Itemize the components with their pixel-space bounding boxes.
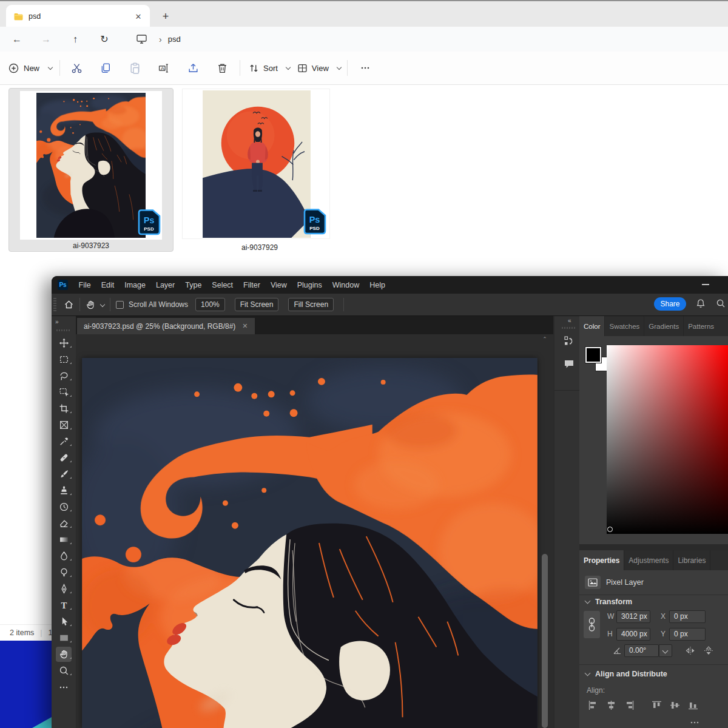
frame-tool[interactable]	[52, 417, 76, 433]
home-icon[interactable]	[64, 300, 74, 309]
more-align-icon[interactable]	[690, 720, 699, 725]
paste-button[interactable]	[123, 57, 146, 79]
brush-tool[interactable]	[52, 466, 76, 482]
tab-adjustments[interactable]: Adjustments	[624, 550, 673, 570]
gradient-tool[interactable]	[52, 531, 76, 548]
zoom-tool[interactable]	[52, 662, 76, 679]
document-close-icon[interactable]: ✕	[242, 322, 248, 330]
transform-header[interactable]: Transform	[595, 598, 632, 606]
back-icon[interactable]: ←	[7, 30, 27, 49]
new-tab-button[interactable]: +	[157, 7, 175, 25]
file-tile[interactable]: Ps PSD ai-9037929	[177, 88, 342, 252]
object-selection-tool[interactable]	[52, 384, 76, 400]
breadcrumb[interactable]: psd	[168, 35, 181, 44]
sort-button[interactable]: Sort	[249, 63, 290, 73]
color-picker-field[interactable]	[607, 345, 728, 534]
scrollbar-thumb[interactable]	[542, 554, 548, 728]
color-cursor[interactable]	[607, 527, 613, 532]
menu-type[interactable]: Type	[180, 281, 207, 289]
eraser-tool[interactable]	[52, 515, 76, 531]
view-button[interactable]: View	[297, 63, 341, 73]
copy-button[interactable]	[94, 57, 117, 79]
fill-screen-button[interactable]: Fill Screen	[288, 298, 334, 311]
up-icon[interactable]: ↑	[65, 30, 86, 49]
scroll-all-windows-checkbox[interactable]	[116, 301, 124, 309]
menu-edit[interactable]: Edit	[96, 281, 120, 289]
collapse-panels-icon[interactable]: «	[568, 317, 571, 324]
explorer-tab[interactable]: psd ✕	[6, 5, 150, 28]
search-icon[interactable]	[716, 298, 726, 308]
tab-close-icon[interactable]: ✕	[132, 10, 145, 23]
move-tool[interactable]	[52, 335, 76, 351]
notifications-bell-icon[interactable]	[696, 298, 706, 309]
document-tab[interactable]: ai-9037923.psd @ 25% (Background, RGB/8#…	[77, 318, 255, 334]
share-button[interactable]	[181, 57, 204, 79]
rectangle-tool[interactable]	[52, 630, 76, 646]
minimize-button[interactable]	[702, 284, 709, 285]
align-center-vertical-icon[interactable]	[670, 700, 680, 710]
crop-tool[interactable]	[52, 400, 76, 417]
align-top-icon[interactable]	[652, 700, 662, 710]
share-button[interactable]: Share	[654, 297, 686, 311]
align-bottom-icon[interactable]	[688, 700, 698, 710]
rename-button[interactable]: A	[152, 57, 175, 79]
pen-tool[interactable]	[52, 581, 76, 597]
align-header[interactable]: Align and Distribute	[595, 670, 667, 678]
lasso-tool[interactable]	[52, 368, 76, 384]
path-selection-tool[interactable]	[52, 613, 76, 630]
delete-button[interactable]	[211, 57, 234, 79]
menu-file[interactable]: File	[73, 281, 96, 289]
x-field[interactable]: 0 px	[669, 610, 706, 623]
eyedropper-tool[interactable]	[52, 433, 76, 450]
dodge-tool[interactable]	[52, 564, 76, 581]
flip-vertical-icon[interactable]	[703, 645, 714, 656]
comments-icon[interactable]	[564, 359, 575, 369]
marquee-tool[interactable]	[52, 351, 76, 368]
history-brush-tool[interactable]	[52, 499, 76, 515]
refresh-icon[interactable]: ↻	[94, 30, 115, 49]
zoom-100-button[interactable]: 100%	[195, 298, 225, 311]
healing-brush-tool[interactable]	[52, 450, 76, 466]
tab-libraries[interactable]: Libraries	[673, 550, 710, 570]
menu-plugins[interactable]: Plugins	[292, 281, 327, 289]
forward-icon[interactable]: →	[36, 30, 56, 49]
transform-collapse-icon[interactable]	[585, 598, 591, 604]
cut-button[interactable]	[65, 57, 88, 79]
blur-tool[interactable]	[52, 548, 76, 564]
canvas-document[interactable]	[82, 358, 538, 728]
tab-color[interactable]: Color	[579, 316, 605, 336]
hand-tool[interactable]	[52, 646, 76, 662]
angle-dropdown[interactable]	[659, 644, 672, 657]
file-tile-selected[interactable]: Ps PSD ai-9037923	[8, 88, 174, 252]
w-field[interactable]: 3012 px	[616, 610, 650, 623]
tab-gradients[interactable]: Gradients	[644, 316, 684, 336]
tab-properties[interactable]: Properties	[579, 550, 624, 570]
align-left-icon[interactable]	[588, 700, 598, 710]
more-options-button[interactable]	[354, 57, 377, 79]
collapse-toolbar-icon[interactable]: »	[55, 318, 58, 325]
fg-color-chip[interactable]	[585, 347, 601, 363]
menu-image[interactable]: Image	[120, 281, 151, 289]
menu-layer[interactable]: Layer	[150, 281, 180, 289]
hand-tool-preset-icon[interactable]	[86, 300, 96, 310]
y-field[interactable]: 0 px	[669, 628, 706, 641]
menu-window[interactable]: Window	[327, 281, 364, 289]
clone-stamp-tool[interactable]	[52, 482, 76, 499]
menu-filter[interactable]: Filter	[238, 281, 266, 289]
align-collapse-icon[interactable]	[585, 670, 591, 676]
link-dimensions-button[interactable]	[584, 611, 600, 638]
menu-view[interactable]: View	[265, 281, 292, 289]
scrollbar-up-icon[interactable]: ⌃	[542, 337, 548, 342]
menu-help[interactable]: Help	[365, 281, 391, 289]
this-pc-icon[interactable]	[131, 30, 152, 49]
flip-horizontal-icon[interactable]	[685, 645, 696, 656]
layer-comps-icon[interactable]	[564, 335, 575, 346]
angle-field[interactable]: 0.00°	[624, 644, 659, 657]
tab-swatches[interactable]: Swatches	[605, 316, 644, 336]
edit-toolbar-icon[interactable]	[52, 679, 76, 695]
h-field[interactable]: 4000 px	[616, 628, 650, 641]
align-right-icon[interactable]	[624, 700, 635, 710]
type-tool[interactable]: T	[52, 597, 76, 613]
menu-select[interactable]: Select	[207, 281, 238, 289]
canvas-area[interactable]: ⌃	[76, 334, 553, 728]
